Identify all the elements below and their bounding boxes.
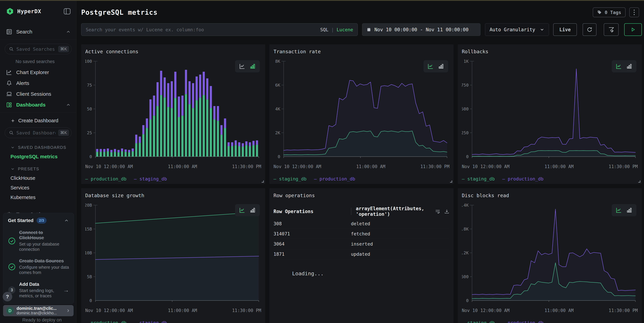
get-started-step-connect[interactable]: Connect to ClickHouse Set up your databa…: [8, 230, 69, 252]
table-row[interactable]: 314071fetched: [274, 229, 449, 239]
date-range-picker[interactable]: Nov 10 00:00:00 - Nov 11 00:00:00: [362, 23, 480, 36]
svg-text:100: 100: [85, 59, 92, 64]
create-dashboard-button[interactable]: Create Dashboard: [10, 118, 76, 124]
sql-mode-toggle[interactable]: SQL: [320, 27, 328, 32]
tag-icon: [597, 10, 602, 15]
legend-item[interactable]: — production_db: [85, 176, 126, 182]
chevron-up-icon: [66, 102, 71, 108]
sidebar-preset-kubernetes[interactable]: Kubernetes: [10, 195, 76, 200]
chevron-up-icon[interactable]: [64, 218, 69, 223]
search-section-icon: [6, 29, 12, 35]
resize-handle[interactable]: [638, 180, 640, 183]
bar-chart-icon[interactable]: [250, 63, 256, 69]
table-row[interactable]: 1871updated: [274, 249, 449, 259]
column-header[interactable]: Row Operations: [274, 209, 351, 214]
chart-legend: — staging_db— production_db: [462, 176, 638, 182]
refresh-button[interactable]: [582, 23, 596, 36]
event-search-input[interactable]: [86, 27, 317, 32]
chevron-right-icon: [66, 308, 70, 313]
hyperdx-logo-icon: [6, 8, 14, 15]
granularity-select[interactable]: Auto Granularity: [485, 23, 549, 36]
column-header[interactable]: arrayElement(Attributes, 'operation'): [356, 206, 435, 217]
bar-chart-icon[interactable]: [626, 63, 632, 69]
legend-item[interactable]: — staging_db: [134, 320, 167, 323]
filter-edit-icon: [608, 26, 614, 33]
saved-searches-input[interactable]: ⌘K: [5, 44, 72, 54]
svg-text:1K: 1K: [464, 59, 468, 64]
line-chart-icon[interactable]: [239, 63, 245, 69]
sidebar-item-client-sessions[interactable]: Client Sessions: [0, 88, 76, 100]
svg-text:500: 500: [462, 106, 468, 112]
sidebar-dashboard-postgresql-metrics[interactable]: PostgreSQL metrics: [10, 154, 76, 160]
chart-title: Database size growth: [85, 192, 261, 198]
svg-text:15B: 15B: [85, 226, 92, 232]
get-started-title: Get Started: [8, 218, 34, 223]
svg-text:2K: 2K: [275, 130, 280, 135]
svg-text:75: 75: [87, 83, 92, 88]
x-axis-labels: Nov 10 12:00:00 AM11:00:00 AM11:30:00 PM: [85, 164, 261, 169]
resize-handle[interactable]: [262, 180, 264, 183]
legend-item[interactable]: — production_db: [314, 176, 355, 182]
sidebar-item-search[interactable]: Search: [0, 26, 76, 37]
date-range-value: Nov 10 00:00:00 - Nov 11 00:00:00: [374, 27, 468, 32]
lucene-mode-toggle[interactable]: Lucene: [336, 27, 353, 32]
chart-card-transaction-rate: Transaction rate 02K4K6K8K Nov 10 12:00:…: [270, 44, 454, 184]
line-chart-icon[interactable]: [616, 207, 622, 213]
user-menu[interactable]: D dominic.tran@clic... dominic.tran@clic…: [3, 305, 74, 316]
presets-section[interactable]: PRESETS: [10, 166, 76, 171]
legend-item[interactable]: — staging_db: [134, 176, 167, 182]
tags-button[interactable]: 0 Tags: [593, 8, 626, 17]
legend-item[interactable]: — production_db: [502, 176, 544, 182]
sidebar-preset-clickhouse[interactable]: ClickHouse: [10, 175, 76, 181]
run-query-button[interactable]: [624, 23, 642, 36]
dashboards-icon: [6, 102, 12, 108]
legend-item[interactable]: — staging_db: [274, 176, 306, 182]
get-started-step-sources[interactable]: Create Data Sources Configure where your…: [8, 258, 69, 275]
bar-chart-icon[interactable]: [250, 207, 256, 213]
svg-text:1.2K: 1.2K: [462, 250, 468, 255]
sidebar-collapse-icon[interactable]: [64, 8, 71, 15]
table-row[interactable]: 3064inserted: [274, 239, 449, 249]
event-search-box[interactable]: SQL | Lucene: [81, 23, 358, 36]
saved-dashboards-section[interactable]: SAVED DASHBOARDS: [10, 145, 76, 150]
sidebar: HyperDX Search ⌘K No saved searches Char…: [0, 0, 76, 323]
column-resize-handle[interactable]: [351, 208, 352, 215]
wrap-text-icon[interactable]: [435, 209, 440, 214]
sidebar-item-chart-explorer[interactable]: Chart Explorer: [0, 67, 76, 78]
download-icon[interactable]: [444, 209, 450, 214]
sidebar-preset-services[interactable]: Services: [10, 185, 76, 190]
chevron-up-icon: [66, 29, 71, 34]
bar-chart-icon[interactable]: [626, 207, 632, 213]
loading-text: Loading...: [292, 270, 449, 276]
legend-item[interactable]: — production_db: [502, 320, 544, 323]
saved-searches-field[interactable]: [16, 46, 56, 52]
bar-chart-icon[interactable]: [438, 63, 444, 69]
sidebar-item-alerts[interactable]: Alerts: [0, 78, 76, 88]
laptop-icon: [6, 91, 12, 97]
refresh-icon: [586, 26, 592, 33]
line-chart-icon[interactable]: [616, 63, 622, 69]
svg-text:5B: 5B: [87, 274, 92, 279]
help-button[interactable]: ?: [3, 292, 12, 301]
chart-type-toggle: [424, 60, 448, 72]
line-chart-icon[interactable]: [428, 63, 434, 69]
live-button[interactable]: Live: [553, 23, 577, 36]
x-axis-labels: Nov 10 12:00:00 AM11:00:00 AM11:30:00 PM: [274, 164, 449, 169]
line-chart-icon[interactable]: [239, 207, 245, 213]
svg-text:25: 25: [87, 130, 92, 135]
resize-handle[interactable]: [450, 180, 452, 183]
filter-button[interactable]: [604, 23, 619, 36]
sidebar-item-dashboards[interactable]: Dashboards: [0, 100, 76, 110]
legend-item[interactable]: — staging_db: [462, 320, 495, 323]
kebab-menu-button[interactable]: [629, 8, 639, 17]
svg-text:600: 600: [462, 274, 468, 279]
plus-icon: [10, 118, 15, 123]
get-started-step-add-data[interactable]: 3 Add Data Start sending logs, metrics, …: [8, 282, 69, 299]
legend-item[interactable]: — staging_db: [462, 176, 495, 182]
saved-dashboards-input[interactable]: ⌘K: [5, 128, 72, 138]
legend-item[interactable]: — production_db: [85, 320, 126, 323]
table-row[interactable]: 308deleted: [274, 219, 449, 229]
x-axis-labels: Nov 10 12:00:00 AM11:00:00 AM11:30:00 PM: [462, 164, 638, 169]
chart-legend: — production_db— staging_db: [85, 176, 261, 182]
saved-dashboards-field[interactable]: [16, 130, 56, 136]
